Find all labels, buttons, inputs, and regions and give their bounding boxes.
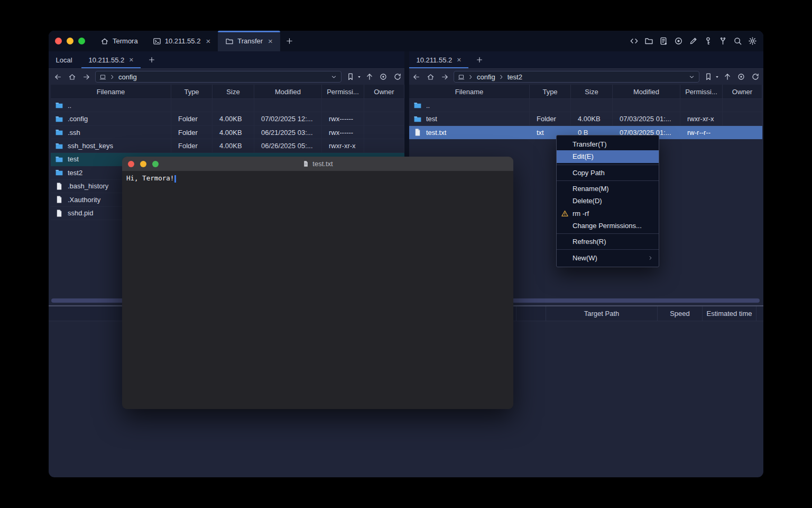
panel-tab-10-211-55-2[interactable]: 10.211.55.2× xyxy=(81,51,141,68)
right-path-input[interactable]: config test2 xyxy=(454,71,699,83)
editor-content[interactable]: Hi, Termora! xyxy=(122,171,513,186)
refresh-icon[interactable] xyxy=(391,72,404,81)
menu-item-rename-m[interactable]: Rename(M) xyxy=(557,183,659,195)
record-icon[interactable] xyxy=(674,37,683,46)
editor-traffic-lights xyxy=(128,161,159,167)
column-header-size[interactable]: Size xyxy=(213,85,254,98)
menu-item-delete-d[interactable]: Delete(D) xyxy=(557,195,659,207)
column-header-type[interactable]: Type xyxy=(530,85,571,98)
close-tab-icon[interactable]: × xyxy=(457,56,461,64)
path-segment[interactable]: test2 xyxy=(508,73,522,81)
back-icon[interactable] xyxy=(409,73,423,81)
panel-tab-10-211-55-2[interactable]: 10.211.55.2× xyxy=(409,51,468,68)
file-row-config[interactable]: .configFolder4.00KB07/02/2025 12:...rwx-… xyxy=(51,112,404,125)
modified-cell: 06/26/2025 05:... xyxy=(254,139,322,152)
key-icon[interactable] xyxy=(704,37,713,46)
search-icon[interactable] xyxy=(733,37,742,46)
chevron-down-icon[interactable] xyxy=(688,74,695,80)
refresh-icon[interactable] xyxy=(749,72,762,81)
panel-tab-label: Local xyxy=(56,56,72,64)
filename-label: sshd.pid xyxy=(68,209,93,217)
menu-item-copy-path[interactable]: Copy Path xyxy=(557,167,659,179)
home-icon[interactable] xyxy=(65,73,79,81)
menu-item-edit-e[interactable]: Edit(E) xyxy=(557,150,659,162)
log-icon[interactable] xyxy=(659,37,668,46)
menu-item-change-permissions[interactable]: Change Permissions... xyxy=(557,220,659,232)
code-icon[interactable] xyxy=(630,37,639,46)
forward-icon[interactable] xyxy=(79,73,94,81)
right-toolbar: config test2 xyxy=(409,69,762,85)
up-directory-icon[interactable] xyxy=(721,72,734,81)
new-panel-tab-button[interactable] xyxy=(148,51,155,68)
column-header-modified[interactable]: Modified xyxy=(613,85,680,98)
close-window-button[interactable] xyxy=(55,38,62,44)
path-segment[interactable]: config xyxy=(477,73,495,81)
column-header-permissi[interactable]: Permissi... xyxy=(680,85,723,98)
eye-icon[interactable] xyxy=(376,72,391,81)
eye-icon[interactable] xyxy=(734,72,749,81)
close-tab-icon[interactable]: × xyxy=(129,56,133,64)
folder-outline-icon[interactable] xyxy=(644,37,653,46)
column-header-owner[interactable]: Owner xyxy=(364,85,404,98)
right-file-table: ..testFolder4.00KB07/03/2025 01:...rwxr-… xyxy=(409,99,762,139)
menu-separator xyxy=(557,233,659,234)
chevron-right-icon xyxy=(467,74,474,80)
pencil-icon[interactable] xyxy=(689,37,698,46)
file-row-ssh-host-keys[interactable]: ssh_host_keysFolder4.00KB06/26/2025 05:.… xyxy=(51,139,404,152)
app-tab-10-211-55-2[interactable]: 10.211.55.2× xyxy=(145,31,218,51)
estimated-time-column-header[interactable]: Estimated time xyxy=(702,306,756,321)
panel-tab-local[interactable]: Local xyxy=(51,51,77,68)
menu-item-rm-rf[interactable]: rm -rf xyxy=(557,207,659,219)
column-header-filename[interactable]: Filename xyxy=(409,85,530,98)
app-tab-termora[interactable]: Termora xyxy=(93,31,145,51)
file-row-ssh[interactable]: .sshFolder4.00KB06/21/2025 03:...rwx----… xyxy=(51,126,404,139)
target-path-column-header[interactable]: Target Path xyxy=(546,306,657,321)
close-tab-icon[interactable]: × xyxy=(206,37,210,46)
column-header-type[interactable]: Type xyxy=(171,85,213,98)
speed-column-header[interactable]: Speed xyxy=(657,306,702,321)
app-tab-label: Transfer xyxy=(237,37,263,45)
bookmark-caret-icon[interactable] xyxy=(713,75,721,79)
app-tab-transfer[interactable]: Transfer× xyxy=(218,31,280,51)
permissions-cell: rwx------ xyxy=(322,126,364,139)
permissions-cell xyxy=(322,99,364,112)
menu-item-transfer-t[interactable]: Transfer(T) xyxy=(557,138,659,150)
close-tab-icon[interactable]: × xyxy=(268,37,273,46)
bookmark-icon[interactable] xyxy=(346,72,355,81)
editor-close-button[interactable] xyxy=(128,161,134,167)
menu-item-label: rm -rf xyxy=(573,210,589,217)
menu-item-refresh-r[interactable]: Refresh(R) xyxy=(557,235,659,248)
bookmark-icon[interactable] xyxy=(704,72,713,81)
laptop-icon xyxy=(99,74,106,80)
new-tab-button[interactable] xyxy=(280,31,299,51)
gear-icon[interactable] xyxy=(748,37,757,46)
editor-titlebar[interactable]: test.txt xyxy=(122,157,513,171)
file-row-[interactable]: .. xyxy=(51,99,404,112)
editor-zoom-button[interactable] xyxy=(152,161,159,167)
zoom-window-button[interactable] xyxy=(78,38,85,44)
keychain-icon[interactable] xyxy=(718,37,727,46)
back-icon[interactable] xyxy=(51,73,65,81)
home-icon[interactable] xyxy=(423,73,438,81)
forward-icon[interactable] xyxy=(438,73,452,81)
column-header-permissi[interactable]: Permissi... xyxy=(322,85,364,98)
size-cell: 4.00KB xyxy=(571,112,613,125)
bookmark-caret-icon[interactable] xyxy=(355,75,363,79)
column-header-owner[interactable]: Owner xyxy=(723,85,762,98)
minimize-window-button[interactable] xyxy=(67,38,73,44)
column-header-size[interactable]: Size xyxy=(571,85,613,98)
menu-separator xyxy=(557,180,659,181)
menu-item-new-w[interactable]: New(W) xyxy=(557,251,659,264)
chevron-down-icon[interactable] xyxy=(330,74,337,80)
up-directory-icon[interactable] xyxy=(363,72,376,81)
file-row-test[interactable]: testFolder4.00KB07/03/2025 01:...rwxr-xr… xyxy=(409,112,762,125)
chevron-right-icon xyxy=(498,74,505,80)
path-segment[interactable]: config xyxy=(118,73,137,81)
editor-minimize-button[interactable] xyxy=(140,161,146,167)
new-panel-tab-button[interactable] xyxy=(476,51,483,68)
menu-item-label: Change Permissions... xyxy=(573,222,642,230)
left-path-input[interactable]: config xyxy=(95,71,342,83)
column-header-modified[interactable]: Modified xyxy=(254,85,322,98)
column-header-filename[interactable]: Filename xyxy=(51,85,171,98)
file-row-[interactable]: .. xyxy=(409,99,762,112)
